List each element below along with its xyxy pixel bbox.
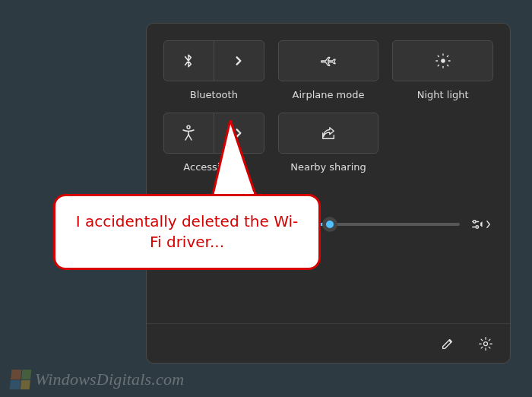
watermark: WindowsDigitals.com: [11, 370, 184, 389]
accessibility-icon: [181, 125, 196, 141]
night-light-toggle[interactable]: [392, 40, 493, 81]
tile-group-bluetooth: Bluetooth: [163, 40, 264, 100]
tile-group-airplane: Airplane mode: [278, 40, 379, 100]
night-light-label: Night light: [392, 89, 493, 100]
svg-point-0: [441, 59, 445, 63]
chevron-right-icon: [233, 128, 244, 138]
volume-expand-icon: [471, 217, 491, 232]
svg-point-6: [484, 341, 488, 345]
bluetooth-expand[interactable]: [214, 41, 264, 81]
airplane-label: Airplane mode: [278, 89, 379, 100]
airplane-toggle[interactable]: [278, 40, 379, 81]
tile-group-nightlight: Night light: [392, 40, 493, 100]
svg-point-1: [187, 125, 190, 129]
nearby-sharing-label: Nearby sharing: [278, 161, 379, 173]
night-light-icon: [435, 52, 451, 69]
bluetooth-tile: [163, 40, 264, 81]
bluetooth-toggle[interactable]: [164, 41, 214, 81]
accessibility-label: Accessibility: [163, 161, 264, 173]
gear-icon: [478, 336, 493, 351]
panel-footer: [147, 323, 510, 363]
annotation-callout: I accidentally deleted the Wi-Fi driver.…: [53, 194, 321, 270]
bluetooth-label: Bluetooth: [163, 89, 264, 100]
open-settings-button[interactable]: [475, 333, 496, 354]
watermark-logo-icon: [10, 370, 32, 389]
accessibility-tile: [163, 113, 264, 154]
slider-thumb[interactable]: [322, 217, 337, 232]
callout-text: I accidentally deleted the Wi-Fi driver.…: [72, 211, 302, 252]
edit-quick-settings-button[interactable]: [437, 333, 458, 354]
watermark-text: WindowsDigitals.com: [35, 370, 184, 389]
accessibility-expand[interactable]: [214, 113, 264, 153]
accessibility-toggle[interactable]: [164, 113, 214, 153]
airplane-icon: [320, 52, 337, 69]
share-icon: [320, 125, 337, 141]
pencil-icon: [441, 337, 454, 351]
svg-point-4: [473, 221, 476, 223]
chevron-right-icon: [233, 56, 244, 66]
tile-group-accessibility: Accessibility: [163, 113, 264, 173]
bluetooth-icon: [182, 52, 195, 69]
volume-output-expand[interactable]: [470, 214, 492, 235]
nearby-sharing-toggle[interactable]: [278, 113, 379, 154]
quick-settings-panel: Bluetooth Airplane mode Ni: [146, 23, 511, 364]
quick-settings-tiles: Bluetooth Airplane mode Ni: [163, 40, 493, 173]
svg-point-5: [476, 226, 478, 228]
tile-group-nearby: Nearby sharing: [278, 113, 379, 173]
